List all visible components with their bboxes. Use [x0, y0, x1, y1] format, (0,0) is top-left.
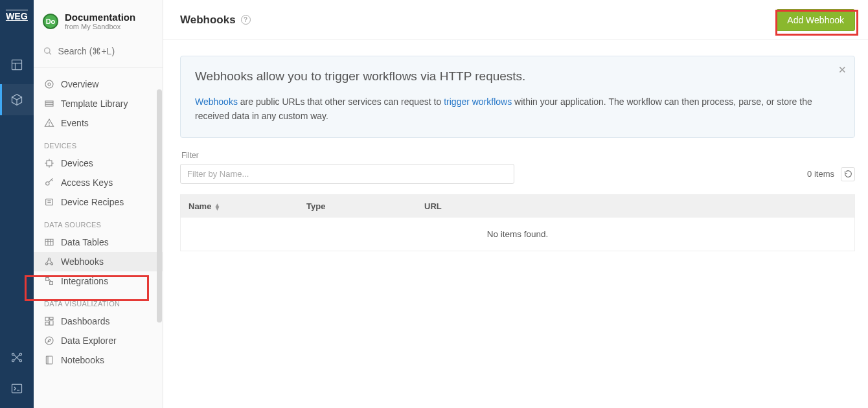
webhook-icon	[44, 256, 54, 267]
icon-rail: WEG	[0, 0, 34, 408]
main-content: Webhooks ? Add Webhook ✕ Webhooks allow …	[163, 0, 868, 408]
svg-rect-48	[46, 356, 52, 364]
rail-item-graph[interactable]	[0, 342, 34, 373]
alert-icon	[44, 118, 54, 128]
svg-line-28	[51, 179, 52, 181]
sidebar-item-label: Overview	[61, 79, 98, 89]
svg-point-7	[19, 359, 21, 361]
template-icon	[44, 98, 54, 109]
sidebar-item-events[interactable]: Events	[34, 113, 163, 133]
rail-item-terminal[interactable]	[0, 373, 34, 404]
webhooks-table: Name ▲▼ Type URL No items found.	[180, 194, 855, 251]
svg-point-6	[12, 359, 14, 361]
layout-icon	[10, 58, 23, 71]
chip-icon	[44, 158, 54, 168]
sidebar-item-devices[interactable]: Devices	[34, 153, 163, 173]
svg-rect-29	[46, 199, 53, 205]
filter-input[interactable]	[180, 164, 514, 184]
svg-line-42	[49, 279, 51, 282]
table-header: Name ▲▼ Type URL	[181, 195, 854, 218]
sidebar-scrollbar[interactable]	[157, 89, 162, 323]
svg-rect-32	[45, 239, 53, 245]
sidebar-item-dashboards[interactable]: Dashboards	[34, 312, 163, 331]
sidebar-item-label: Access Keys	[61, 177, 113, 188]
recipe-icon	[44, 197, 54, 207]
sidebar-item-label: Template Library	[61, 98, 128, 109]
add-webhook-button[interactable]: Add Webhook	[776, 9, 855, 31]
sidebar-item-label: Notebooks	[61, 355, 104, 365]
info-link-webhooks[interactable]: Webhooks	[195, 96, 238, 107]
svg-point-37	[51, 263, 52, 265]
close-icon[interactable]: ✕	[838, 64, 847, 76]
sidebar: Do Documentation from My Sandbox Overvie…	[34, 0, 163, 408]
rail-item-dashboard[interactable]	[0, 49, 34, 80]
sidebar-item-label: Data Explorer	[61, 335, 117, 346]
sidebar-item-integrations[interactable]: Integrations	[34, 271, 163, 291]
sidebar-header[interactable]: Do Documentation from My Sandbox	[34, 0, 163, 41]
info-body: Webhooks are public URLs that other serv…	[195, 95, 840, 123]
svg-rect-10	[12, 384, 22, 392]
sidebar-item-label: Data Tables	[61, 237, 109, 247]
brand-logo: WEG	[0, 0, 34, 31]
rail-item-cube[interactable]	[0, 84, 34, 115]
sidebar-item-notebooks[interactable]: Notebooks	[34, 350, 163, 370]
sidebar-search	[34, 41, 163, 68]
sidebar-item-data-tables[interactable]: Data Tables	[34, 232, 163, 252]
svg-point-38	[48, 258, 50, 260]
workspace-avatar: Do	[43, 14, 58, 29]
table-empty-message: No items found.	[181, 218, 854, 251]
svg-point-20	[49, 125, 50, 126]
svg-point-5	[19, 353, 21, 355]
workspace-title: Documentation	[65, 12, 135, 23]
help-icon[interactable]: ?	[241, 15, 251, 25]
sidebar-item-label: Events	[61, 118, 89, 128]
sidebar-item-overview[interactable]: Overview	[34, 74, 163, 94]
column-type[interactable]: Type	[306, 201, 424, 211]
items-count: 0 items	[807, 167, 855, 181]
topbar: Webhooks ? Add Webhook	[163, 0, 868, 40]
sidebar-section-devices: DEVICES	[34, 133, 163, 153]
dashboard-icon	[44, 316, 54, 326]
info-link-trigger-workflows[interactable]: trigger workflows	[444, 96, 512, 107]
svg-rect-43	[45, 317, 49, 321]
refresh-icon	[844, 170, 852, 178]
svg-point-4	[12, 353, 14, 355]
sidebar-item-label: Device Recipes	[61, 197, 124, 207]
sidebar-item-label: Dashboards	[61, 316, 110, 326]
sidebar-item-access-keys[interactable]: Access Keys	[34, 173, 163, 192]
key-icon	[44, 177, 54, 188]
sidebar-section-data-visualization: DATA VISUALIZATION	[34, 291, 163, 312]
table-icon	[44, 237, 54, 247]
search-icon	[43, 45, 53, 57]
info-heading: Webhooks allow you to trigger workflows …	[195, 69, 840, 84]
svg-point-26	[46, 182, 49, 185]
sidebar-item-data-explorer[interactable]: Data Explorer	[34, 331, 163, 350]
svg-rect-44	[50, 317, 53, 319]
svg-rect-46	[45, 322, 49, 325]
svg-line-13	[49, 52, 51, 54]
svg-rect-0	[12, 60, 22, 70]
svg-rect-45	[50, 321, 53, 325]
svg-rect-41	[50, 282, 53, 285]
terminal-icon	[10, 382, 23, 395]
column-url[interactable]: URL	[424, 201, 847, 211]
svg-point-14	[45, 80, 53, 88]
refresh-button[interactable]	[841, 167, 855, 181]
column-name[interactable]: Name ▲▼	[188, 201, 306, 211]
svg-point-15	[48, 83, 51, 85]
sidebar-item-label: Webhooks	[61, 256, 104, 267]
sidebar-item-label: Integrations	[61, 276, 108, 286]
svg-point-12	[45, 48, 50, 53]
sidebar-item-device-recipes[interactable]: Device Recipes	[34, 192, 163, 212]
workspace-subtitle: from My Sandbox	[65, 23, 135, 31]
sort-icon: ▲▼	[214, 203, 220, 210]
notebook-icon	[44, 355, 54, 365]
sidebar-item-webhooks[interactable]: Webhooks	[34, 252, 163, 271]
integrations-icon	[44, 276, 54, 286]
graph-icon	[10, 351, 23, 364]
search-input[interactable]	[58, 46, 154, 56]
compass-icon	[44, 335, 54, 346]
sidebar-item-template-library[interactable]: Template Library	[34, 94, 163, 113]
svg-rect-16	[45, 101, 53, 106]
cube-icon	[10, 93, 23, 106]
